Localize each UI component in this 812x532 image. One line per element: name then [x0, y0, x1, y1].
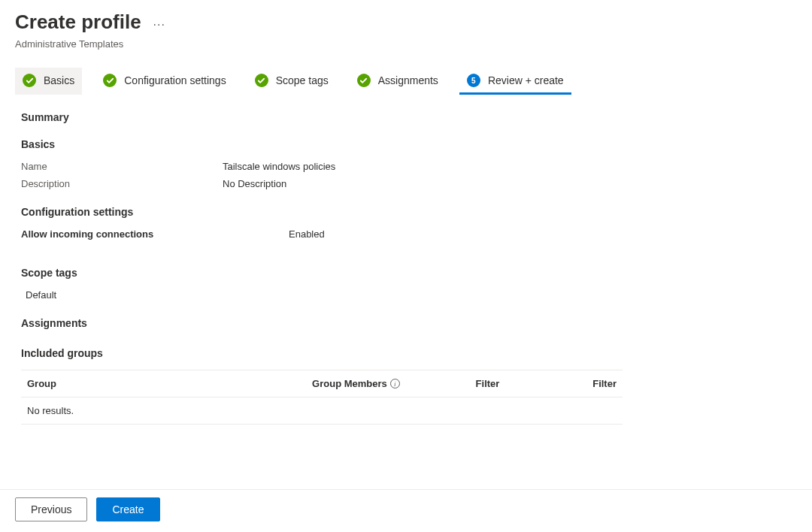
- page-title: Create profile: [15, 11, 141, 34]
- tab-review-create[interactable]: 5 Review + create: [459, 68, 571, 95]
- config-setting-value: Enabled: [289, 228, 325, 240]
- step-number-icon: 5: [467, 74, 480, 87]
- name-label: Name: [21, 161, 223, 172]
- previous-button[interactable]: Previous: [15, 497, 87, 521]
- tab-basics[interactable]: Basics: [15, 68, 82, 95]
- description-label: Description: [21, 178, 223, 189]
- description-value: No Description: [223, 178, 286, 189]
- included-groups-table: Group Group Members i Filter Filter No r…: [21, 370, 623, 425]
- assignments-heading: Assignments: [21, 317, 791, 329]
- create-button[interactable]: Create: [96, 497, 159, 521]
- tab-label: Basics: [44, 74, 74, 86]
- basics-heading: Basics: [21, 138, 791, 150]
- column-filter-2[interactable]: Filter: [592, 378, 617, 389]
- tab-label: Configuration settings: [124, 74, 226, 86]
- config-heading: Configuration settings: [21, 206, 791, 218]
- tab-scope-tags[interactable]: Scope tags: [247, 68, 336, 95]
- table-empty-message: No results.: [21, 397, 623, 424]
- tab-label: Assignments: [378, 74, 438, 86]
- more-icon[interactable]: ···: [153, 18, 165, 32]
- scope-heading: Scope tags: [21, 267, 791, 279]
- checkmark-icon: [357, 74, 371, 87]
- wizard-tabs: Basics Configuration settings Scope tags…: [0, 68, 812, 102]
- name-value: Tailscale windows policies: [223, 161, 335, 172]
- scope-tag-value: Default: [26, 289, 791, 301]
- config-setting-label: Allow incoming connections: [21, 228, 289, 240]
- page-subtitle: Administrative Templates: [0, 38, 812, 68]
- info-icon[interactable]: i: [390, 379, 400, 388]
- tab-assignments[interactable]: Assignments: [350, 68, 446, 95]
- tab-configuration[interactable]: Configuration settings: [95, 68, 233, 95]
- checkmark-icon: [23, 74, 36, 87]
- included-groups-heading: Included groups: [21, 347, 791, 359]
- summary-heading: Summary: [21, 111, 791, 123]
- tab-label: Scope tags: [276, 74, 329, 86]
- column-group-members[interactable]: Group Members i: [312, 378, 475, 389]
- footer-bar: Previous Create: [0, 489, 812, 532]
- tab-label: Review + create: [488, 74, 564, 86]
- column-group[interactable]: Group: [27, 378, 312, 389]
- checkmark-icon: [103, 74, 117, 87]
- checkmark-icon: [255, 74, 268, 87]
- column-filter-1[interactable]: Filter: [476, 378, 593, 389]
